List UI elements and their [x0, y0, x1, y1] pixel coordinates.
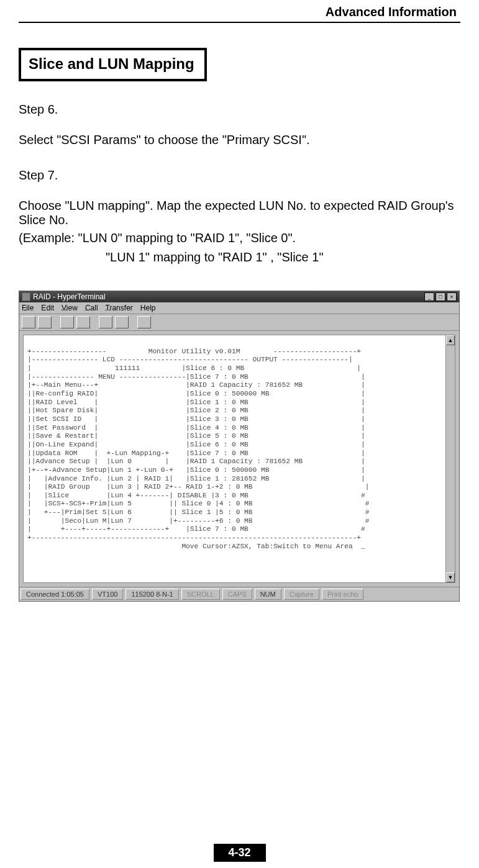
status-capture: Capture	[284, 589, 319, 600]
step6-label: Step 6.	[19, 102, 460, 117]
minimize-button[interactable]: _	[424, 292, 434, 301]
step6-text: Select "SCSI Params" to choose the "Prim…	[19, 133, 460, 147]
toolbar	[19, 314, 459, 331]
menu-help[interactable]: Help	[140, 304, 156, 312]
section-title: Slice and LUN Mapping	[29, 55, 194, 72]
menu-view[interactable]: View	[62, 304, 78, 312]
status-emulation: VT100	[92, 589, 123, 600]
step7-text1: Choose "LUN mapping". Map the expected L…	[19, 199, 460, 227]
menu-bar: File Edit View Call Transfer Help	[19, 302, 459, 314]
toolbar-btn-receive[interactable]	[115, 316, 129, 328]
terminal-output[interactable]: +------------------ Monitor Utility v0.0…	[23, 335, 455, 583]
page-header: Advanced Information	[19, 0, 460, 23]
toolbar-btn-new[interactable]	[22, 316, 35, 328]
scroll-up-icon[interactable]: ▲	[446, 335, 455, 345]
header-rule	[19, 22, 460, 23]
status-bar: Connected 1:05:05 VT100 115200 8-N-1 SCR…	[19, 587, 459, 601]
app-icon	[22, 292, 30, 301]
menu-transfer[interactable]: Transfer	[106, 304, 133, 312]
status-settings: 115200 8-N-1	[125, 589, 178, 600]
step7-text2: (Example: "LUN 0" mapping to "RAID 1", "…	[19, 230, 460, 246]
status-num: NUM	[255, 589, 281, 600]
window-title: RAID - HyperTerminal	[33, 292, 106, 301]
step7-label: Step 7.	[19, 168, 460, 183]
header-right-title: Advanced Information	[19, 5, 460, 22]
status-caps: CAPS	[222, 589, 252, 600]
status-connected: Connected 1:05:05	[21, 589, 89, 600]
menu-call[interactable]: Call	[85, 304, 98, 312]
status-scroll: SCROLL	[181, 589, 220, 600]
toolbar-btn-open[interactable]	[38, 316, 52, 328]
scroll-down-icon[interactable]: ▼	[446, 572, 455, 582]
toolbar-btn-disconnect[interactable]	[76, 316, 90, 328]
menu-edit[interactable]: Edit	[41, 304, 54, 312]
toolbar-btn-connect[interactable]	[60, 316, 74, 328]
toolbar-btn-send[interactable]	[99, 316, 112, 328]
menu-file[interactable]: File	[22, 304, 34, 312]
terminal-scrollbar[interactable]: ▲ ▼	[445, 335, 455, 583]
page-number: 4-32	[213, 844, 265, 862]
status-printecho: Print echo	[322, 589, 364, 600]
maximize-button[interactable]: □	[436, 292, 445, 301]
window-titlebar: RAID - HyperTerminal _ □ ×	[19, 291, 459, 302]
hyperterminal-window: RAID - HyperTerminal _ □ × File Edit Vie…	[19, 291, 460, 602]
section-title-box: Slice and LUN Mapping	[19, 48, 207, 81]
toolbar-btn-properties[interactable]	[137, 316, 151, 328]
close-button[interactable]: ×	[447, 292, 457, 301]
step7-text3: "LUN 1" mapping to "RAID 1" , "Slice 1"	[19, 249, 460, 266]
